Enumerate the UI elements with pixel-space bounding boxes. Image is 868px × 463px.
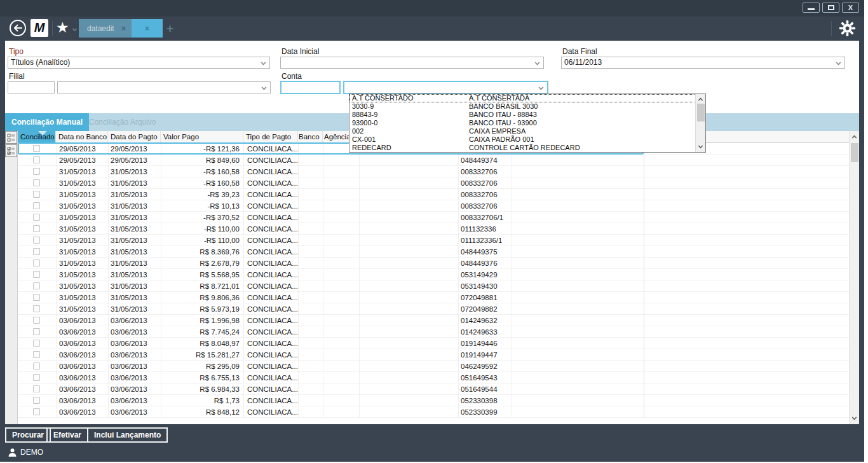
table-row[interactable]: 03/06/2013 03/06/2013 R$ 8.048,97 CONCIL… — [18, 338, 849, 349]
conta-code-input[interactable] — [280, 81, 341, 94]
tab-dataedit[interactable]: dataedit × — [79, 19, 132, 38]
table-row[interactable]: 03/06/2013 03/06/2013 R$ 848,12 CONCILIA… — [18, 406, 849, 418]
row-checkbox[interactable] — [33, 374, 40, 381]
maximize-button[interactable] — [822, 3, 839, 13]
conta-dropdown-item[interactable]: 3030-9 BANCO BRASIL 3030 — [349, 102, 696, 111]
table-row[interactable]: 03/06/2013 03/06/2013 R$ 6.755,13 CONCIL… — [18, 372, 849, 384]
table-row[interactable]: 31/05/2013 31/05/2013 R$ 5.568,95 CONCIL… — [18, 269, 849, 280]
scrollbar-thumb[interactable] — [697, 104, 705, 121]
row-checkbox[interactable] — [33, 397, 40, 404]
scroll-up-icon[interactable] — [852, 135, 857, 140]
conta-dropdown-item[interactable]: REDECARD CONTROLE CARTÃO REDECARD — [349, 144, 696, 152]
table-row[interactable]: 31/05/2013 31/05/2013 R$ 9.806,36 CONCIL… — [18, 292, 849, 303]
table-row[interactable]: 03/06/2013 03/06/2013 R$ 1,73 CONCILIACA… — [18, 395, 849, 406]
row-checkbox[interactable] — [33, 259, 40, 266]
row-checkbox[interactable] — [33, 168, 40, 175]
table-row[interactable]: 31/05/2013 31/05/2013 R$ 5.973,19 CONCIL… — [18, 303, 849, 315]
table-row[interactable]: 31/05/2013 31/05/2013 R$ 8.721,01 CONCIL… — [18, 280, 849, 292]
tipo-select[interactable]: Títulos (Analítico) — [8, 57, 270, 69]
favorites-caret-icon[interactable] — [72, 27, 77, 31]
conta-dropdown-item[interactable]: 002 CAIXA EMPRESA — [349, 127, 696, 135]
table-row[interactable]: 31/05/2013 31/05/2013 -R$ 370,52 CONCILI… — [18, 212, 849, 223]
row-checkbox[interactable] — [33, 271, 40, 278]
check-all-button[interactable] — [5, 144, 17, 157]
tab-conciliacao-arquivo[interactable]: Conciliação Arquivo — [83, 113, 162, 131]
filial-select[interactable] — [57, 81, 271, 93]
row-checkbox[interactable] — [33, 351, 40, 358]
favorites-star-icon[interactable]: ★ — [56, 18, 69, 37]
new-tab-plus-icon[interactable]: + — [166, 22, 173, 34]
row-checkbox[interactable] — [33, 282, 40, 289]
row-checkbox[interactable] — [33, 179, 40, 186]
row-checkbox[interactable] — [33, 225, 40, 232]
cell-valor-pago: R$ 15.281,27 — [161, 349, 243, 361]
table-row[interactable]: 31/05/2013 31/05/2013 -R$ 110,00 CONCILI… — [18, 223, 849, 235]
tab-active[interactable]: × — [132, 19, 163, 38]
table-row[interactable]: 31/05/2013 31/05/2013 -R$ 10,13 CONCILIA… — [18, 200, 849, 212]
app-logo-icon[interactable]: M — [31, 19, 48, 37]
data-inicial-select[interactable] — [280, 57, 544, 69]
table-row[interactable]: 03/06/2013 03/06/2013 R$ 15.281,27 CONCI… — [18, 349, 849, 361]
row-checkbox[interactable] — [33, 145, 40, 152]
table-row[interactable]: 31/05/2013 31/05/2013 R$ 8.369,76 CONCIL… — [18, 246, 849, 258]
conta-dropdown-item[interactable]: A.T CONSERTADO A.T CONSERTADA — [349, 94, 696, 102]
scroll-down-icon[interactable] — [852, 415, 857, 420]
table-row[interactable]: 31/05/2013 31/05/2013 -R$ 110,00 CONCILI… — [18, 235, 849, 246]
header-tipo-de-pagto[interactable]: Tipo de Pagto — [243, 131, 298, 142]
table-row[interactable]: 31/05/2013 31/05/2013 -R$ 39,23 CONCILIA… — [18, 189, 849, 200]
table-row[interactable]: 31/05/2013 31/05/2013 -R$ 160,58 CONCILI… — [18, 177, 849, 189]
header-conciliado[interactable]: Conciliado — [18, 131, 56, 142]
grid-vertical-scrollbar[interactable] — [849, 131, 859, 424]
close-button[interactable]: X — [842, 3, 859, 13]
tab-dataedit-close-icon[interactable]: × — [121, 24, 132, 33]
header-data-do-pagto[interactable]: Data do Pagto — [108, 131, 161, 142]
table-row[interactable]: 31/05/2013 31/05/2013 -R$ 160,58 CONCILI… — [18, 166, 849, 177]
row-checkbox[interactable] — [33, 408, 40, 415]
minimize-button[interactable] — [803, 3, 820, 13]
table-row[interactable]: 03/06/2013 03/06/2013 R$ 295,09 CONCILIA… — [18, 361, 849, 372]
row-checkbox[interactable] — [33, 317, 40, 324]
row-checkbox[interactable] — [33, 214, 40, 221]
table-row[interactable]: 31/05/2013 31/05/2013 R$ 2.678,79 CONCIL… — [18, 258, 849, 269]
inclui-lancamento-button[interactable]: Inclui Lançamento — [87, 427, 168, 443]
uncheck-all-button[interactable] — [5, 131, 17, 144]
settings-gear-icon[interactable] — [839, 20, 856, 37]
header-data-no-banco[interactable]: Data no Banco — [56, 131, 108, 142]
row-checkbox[interactable] — [33, 237, 40, 244]
table-row[interactable]: 03/06/2013 03/06/2013 R$ 6.984,33 CONCIL… — [18, 384, 849, 395]
tab-conciliacao-manual[interactable]: Conciliação Manual — [5, 113, 89, 131]
row-checkbox[interactable] — [33, 248, 40, 255]
cell-data-do-pagto: 31/05/2013 — [108, 235, 159, 246]
scroll-up-icon[interactable] — [698, 98, 703, 102]
scroll-down-icon[interactable] — [698, 144, 703, 148]
scrollbar-thumb[interactable] — [851, 143, 858, 162]
conta-select[interactable] — [343, 81, 548, 94]
cell-tipo-de-pagto: CONCILIACA... — [243, 338, 298, 349]
procurar-button[interactable]: Procurar — [5, 427, 51, 443]
row-checkbox[interactable] — [33, 340, 40, 347]
cell-tipo-de-pagto: CONCILIACA... — [243, 395, 298, 406]
row-checkbox[interactable] — [33, 363, 40, 370]
row-checkbox[interactable] — [33, 305, 40, 312]
header-banco[interactable]: Banco — [298, 131, 323, 142]
row-checkbox[interactable] — [33, 328, 40, 335]
row-checkbox[interactable] — [33, 294, 40, 301]
efetivar-button[interactable]: Efetivar — [46, 427, 88, 443]
row-checkbox[interactable] — [33, 385, 40, 392]
dropdown-scrollbar[interactable] — [695, 94, 705, 152]
table-row[interactable]: 03/06/2013 03/06/2013 R$ 1.996,98 CONCIL… — [18, 315, 849, 326]
conta-dropdown-item[interactable]: 88843-9 BANCO ITAU - 88843 — [349, 111, 696, 119]
back-icon[interactable] — [9, 19, 27, 37]
header-valor-pago[interactable]: Valor Pago — [161, 131, 243, 142]
table-row[interactable]: 29/05/2013 29/05/2013 R$ 849,60 CONCILIA… — [18, 155, 849, 166]
data-final-select[interactable]: 06/11/2013 — [561, 57, 845, 69]
row-checkbox[interactable] — [33, 191, 40, 198]
filial-code-input[interactable] — [8, 81, 55, 93]
conta-dropdown-item[interactable]: CX-001 CAIXA PADRÃO 001 — [349, 135, 696, 144]
tab-active-close-icon[interactable]: × — [145, 24, 149, 33]
row-checkbox[interactable] — [33, 202, 40, 209]
table-row[interactable]: 03/06/2013 03/06/2013 R$ 7.745,24 CONCIL… — [18, 326, 849, 338]
conta-dropdown-item[interactable]: 93900-0 BANCO ITAU - 93900 — [349, 119, 696, 127]
row-checkbox[interactable] — [33, 156, 40, 163]
cell-valor-pago: -R$ 370,52 — [161, 212, 243, 223]
